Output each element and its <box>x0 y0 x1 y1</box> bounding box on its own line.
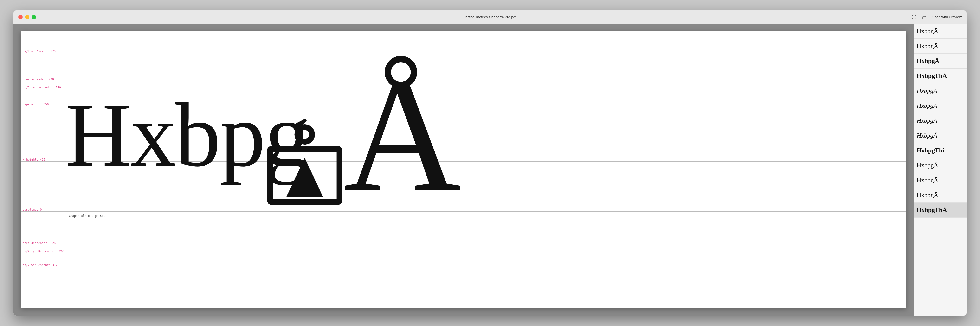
sidebar-preview-6: HxbpgĀ <box>917 102 937 109</box>
metric-label-typodesc: os/2 typoDescender: -260 <box>22 250 64 253</box>
sidebar-item-6[interactable]: HxbpgĀ <box>914 98 967 113</box>
metric-line-baseline <box>21 211 906 212</box>
window-title: vertical metrics ChaparralPro.pdf <box>464 15 516 19</box>
open-preview-button[interactable]: Open with Preview <box>932 15 962 19</box>
svg-text:i: i <box>913 16 915 19</box>
metric-label-windesc: os/2 winDescent: 317 <box>22 263 57 267</box>
sidebar-item-10[interactable]: HxbpgĀ <box>914 158 967 173</box>
metric-line-hheadesc <box>21 245 906 245</box>
metric-label-capheight: cap-height: 650 <box>22 103 49 106</box>
sidebar-item-7[interactable]: HxbpgĀ <box>914 113 967 128</box>
sidebar-preview-3: HxbpgĀ <box>917 57 939 65</box>
sidebar-item-4[interactable]: HxbpgThÅ <box>914 68 967 84</box>
main-viewer: os/2 winAscent: 875 hhea ascender: 740 o… <box>13 24 913 316</box>
sidebar-preview-1: HxbpgĀ <box>917 28 939 35</box>
sidebar-item-3[interactable]: HxbpgĀ <box>914 54 967 68</box>
svg-point-2 <box>297 127 312 142</box>
minimize-button[interactable] <box>25 15 29 19</box>
sidebar-preview-9: HxbpgThí <box>917 147 944 154</box>
sidebar: HxbpgĀ HxbpgĀ HxbpgĀ HxbpgThÅ HxbpgĀ Hxb… <box>913 24 967 316</box>
svg-marker-4 <box>286 158 323 197</box>
glyph-special-a: Å <box>343 53 461 217</box>
sidebar-preview-11: HxbpgĀ <box>917 177 939 184</box>
sidebar-preview-5: HxbpgĀ <box>917 87 937 95</box>
sidebar-preview-13: HxbpgThÅ <box>917 207 947 214</box>
sidebar-preview-4: HxbpgThÅ <box>917 72 947 79</box>
font-name-label: ChaparralPro-LightCapt <box>69 214 107 218</box>
toolbar-right: i Open with Preview <box>912 14 962 20</box>
close-button[interactable] <box>18 15 22 19</box>
app-window: vertical metrics ChaparralPro.pdf i Open… <box>13 10 967 316</box>
titlebar: vertical metrics ChaparralPro.pdf i Open… <box>13 10 967 24</box>
sidebar-item-11[interactable]: HxbpgĀ <box>914 173 967 188</box>
info-icon[interactable]: i <box>912 14 917 20</box>
metric-line-hheaasc <box>21 81 906 81</box>
metric-label-hheaasc: hhea ascender: 740 <box>22 78 54 81</box>
sidebar-item-9[interactable]: HxbpgThí <box>914 143 967 158</box>
content-area: os/2 winAscent: 875 hhea ascender: 740 o… <box>13 24 967 316</box>
sidebar-preview-7: HxbpgĀ <box>917 117 937 124</box>
sidebar-item-5[interactable]: HxbpgĀ <box>914 84 967 98</box>
window-controls <box>18 15 36 19</box>
metric-line-windesc <box>21 267 906 267</box>
share-icon[interactable] <box>921 14 927 20</box>
sidebar-item-1[interactable]: HxbpgĀ <box>914 24 967 39</box>
sidebar-preview-12: HxbpgĀ <box>917 191 939 199</box>
metric-label-hheadesc: hhea descender: -260 <box>22 241 57 245</box>
metric-label-baseline: baseline: 0 <box>22 208 41 211</box>
sidebar-preview-8: HxbpgĀ <box>917 132 937 139</box>
maximize-button[interactable] <box>32 15 36 19</box>
sidebar-item-2[interactable]: HxbpgĀ <box>914 39 967 54</box>
metric-label-winascent: os/2 winAscent: 875 <box>22 50 56 53</box>
special-glyph-monitor <box>264 70 345 281</box>
pdf-page: os/2 winAscent: 875 hhea ascender: 740 o… <box>21 31 906 309</box>
sidebar-item-8[interactable]: HxbpgĀ <box>914 128 967 143</box>
sidebar-preview-2: HxbpgĀ <box>917 43 939 50</box>
sidebar-item-13[interactable]: HxbpgThÅ <box>914 203 967 218</box>
metric-label-xheight: x-height: 415 <box>22 158 45 161</box>
sidebar-preview-10: HxbpgĀ <box>917 162 939 169</box>
metric-label-typoacc: os/2 typoAscender: 740 <box>22 86 61 89</box>
sidebar-item-12[interactable]: HxbpgĀ <box>914 188 967 203</box>
